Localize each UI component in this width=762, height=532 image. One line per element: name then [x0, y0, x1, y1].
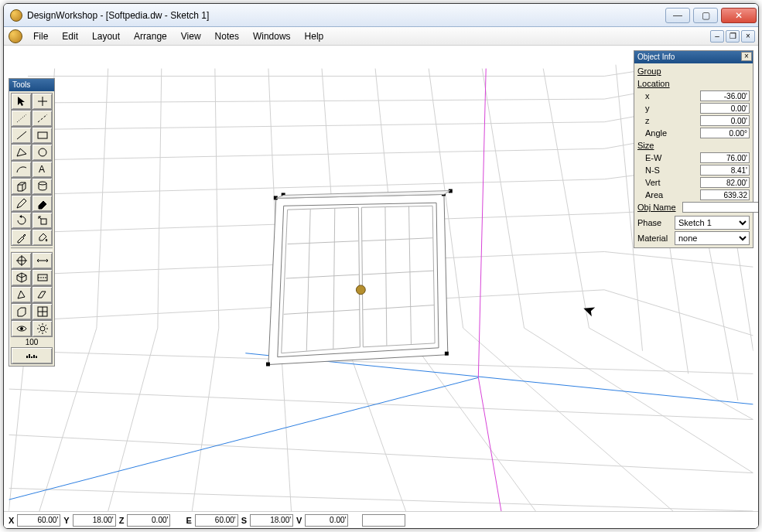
area-input[interactable] [700, 189, 750, 200]
tool-pencil[interactable] [11, 195, 32, 212]
tool-rect[interactable] [32, 127, 53, 144]
angle-label: Angle [637, 128, 676, 138]
svg-line-29 [604, 251, 753, 267]
menu-windows[interactable]: Windows [247, 29, 297, 43]
y-input[interactable] [700, 103, 750, 114]
angle-input[interactable] [700, 128, 750, 138]
svg-line-99 [45, 332, 46, 333]
tool-eye[interactable] [11, 320, 32, 337]
group-label: Group [637, 66, 661, 76]
tool-scale[interactable] [32, 212, 53, 229]
svg-line-98 [39, 325, 40, 326]
tool-line[interactable] [11, 127, 32, 144]
menu-file[interactable]: File [27, 29, 54, 43]
tool-sun[interactable] [32, 320, 53, 337]
tool-eyedrop[interactable] [11, 229, 32, 246]
objname-label: Obj Name [637, 203, 682, 212]
tool-rotate[interactable] [11, 212, 32, 229]
object-info-panel[interactable]: Object Info× Group Location x y z Angle … [634, 50, 753, 248]
object-info-close-button[interactable]: × [741, 52, 752, 61]
material-label: Material [637, 234, 675, 243]
vert-input[interactable] [700, 177, 750, 188]
z-label: z [637, 116, 676, 125]
tool-select[interactable] [11, 93, 32, 110]
phase-select[interactable]: Sketch 1 [675, 216, 750, 230]
window-title: DesignWorkshop - [Softpedia.dw - Sketch … [27, 10, 209, 21]
close-button[interactable]: ✕ [721, 8, 757, 23]
x-input[interactable] [700, 90, 750, 101]
tools-palette[interactable]: Tools A [9, 78, 55, 367]
status-s-input[interactable] [250, 514, 293, 527]
svg-point-80 [39, 182, 46, 185]
tool-floor[interactable] [32, 286, 53, 303]
tool-arc[interactable] [11, 161, 32, 178]
objname-input[interactable] [682, 202, 759, 213]
tool-walk[interactable] [32, 252, 53, 269]
tool-aim[interactable] [11, 252, 32, 269]
tool-skyline[interactable] [11, 347, 53, 364]
status-e-label: E [184, 516, 193, 525]
tool-poly[interactable] [11, 144, 32, 161]
maximize-button[interactable]: ▢ [693, 8, 718, 23]
svg-rect-106 [36, 356, 37, 359]
material-select[interactable]: none [675, 231, 750, 245]
status-s-label: S [240, 516, 248, 525]
tool-circle[interactable] [32, 144, 53, 161]
status-x-input[interactable] [17, 514, 60, 527]
status-y-label: Y [62, 516, 70, 525]
tool-zoom-value: 100 [11, 337, 53, 347]
ns-input[interactable] [700, 165, 750, 176]
tool-shard[interactable] [11, 286, 32, 303]
ew-input[interactable] [700, 152, 750, 163]
z-input[interactable] [700, 115, 750, 126]
status-z-input[interactable] [127, 514, 170, 527]
svg-rect-67 [266, 363, 270, 367]
svg-text:A: A [39, 164, 45, 175]
svg-line-47 [478, 69, 486, 378]
mdi-close-button[interactable]: × [741, 30, 755, 43]
status-z-label: Z [118, 516, 126, 525]
tool-isometric[interactable] [11, 269, 32, 286]
tool-crosshair[interactable] [32, 93, 53, 110]
tool-cube-view[interactable] [11, 303, 32, 320]
mdi-minimize-button[interactable]: – [710, 30, 724, 43]
ns-label: N-S [637, 165, 676, 175]
tool-section[interactable] [32, 269, 53, 286]
status-e-input[interactable] [195, 514, 238, 527]
x-label: x [637, 91, 676, 101]
svg-point-63 [356, 285, 365, 295]
tool-dotted-line[interactable] [11, 110, 32, 127]
svg-rect-81 [41, 219, 46, 224]
doc-icon [9, 29, 22, 43]
minimize-button[interactable]: — [665, 8, 690, 23]
menu-arrange[interactable]: Arrange [128, 29, 173, 43]
svg-line-17 [482, 69, 524, 329]
menu-view[interactable]: View [175, 29, 207, 43]
status-y-input[interactable] [73, 514, 116, 527]
tool-eraser[interactable] [32, 195, 53, 212]
svg-line-10 [97, 69, 108, 329]
tool-bucket[interactable] [32, 229, 53, 246]
svg-marker-77 [17, 148, 26, 156]
menu-edit[interactable]: Edit [56, 29, 84, 43]
svg-line-2 [28, 99, 604, 103]
svg-line-34 [192, 328, 219, 511]
svg-marker-88 [18, 291, 25, 298]
menu-help[interactable]: Help [299, 29, 330, 43]
status-bar: X Y Z E S V [4, 511, 758, 528]
svg-line-3 [28, 122, 604, 130]
menu-layout[interactable]: Layout [86, 29, 126, 43]
tool-dashed-line[interactable] [32, 110, 53, 127]
phase-label: Phase [637, 218, 675, 227]
menubar: File Edit Layout Arrange View Notes Wind… [4, 27, 758, 46]
mdi-restore-button[interactable]: ❐ [726, 30, 740, 43]
tool-text[interactable]: A [32, 161, 53, 178]
svg-rect-105 [33, 355, 35, 358]
tool-cylinder[interactable] [32, 178, 53, 195]
status-extra-input[interactable] [362, 514, 405, 527]
tool-grid-view[interactable] [32, 303, 53, 320]
tool-box[interactable] [11, 178, 32, 195]
status-v-input[interactable] [305, 514, 348, 527]
area-label: Area [637, 190, 676, 200]
menu-notes[interactable]: Notes [209, 29, 245, 43]
